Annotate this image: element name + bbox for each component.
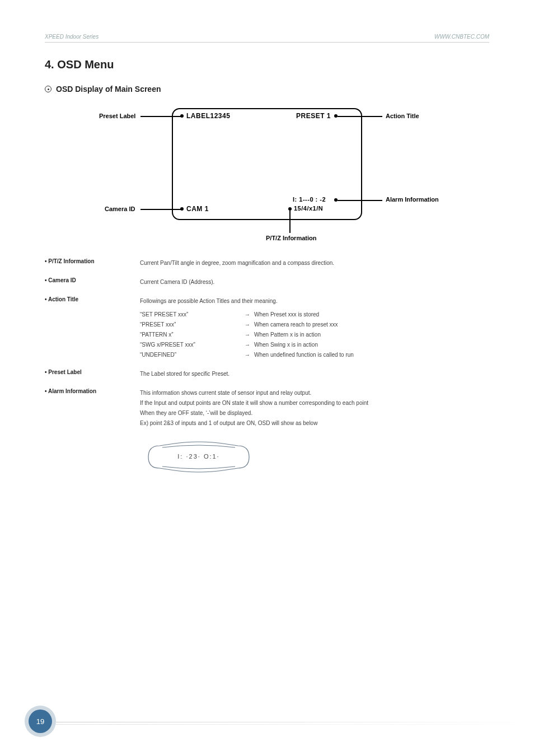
def-label: Camera ID [45,277,140,283]
action-title-caption: Action Title [386,113,419,119]
footer-divider [54,724,534,725]
action-left: “SET PRESET xxx” [140,310,241,320]
connector-dot [180,114,184,118]
connector-line [338,116,382,117]
def-body: This information shows current state of … [140,388,489,428]
example-text: I: ·23· O:1· [146,453,252,460]
def-preset-label: Preset Label The Label stored for specif… [45,369,489,379]
def-ptz: P/T/Z Information Current Pan/Tilt angle… [45,258,489,268]
action-left: “SWG x/PRESET xxx” [140,340,241,350]
preset-label-caption: Preset Label [99,113,135,119]
alarm-line: This information shows current state of … [140,388,489,398]
arrow-icon: → [241,320,254,330]
def-label: Alarm Information [45,388,140,394]
action-row: “SET PRESET xxx” → When Preset xxx is st… [140,310,489,320]
connector-line [289,211,291,233]
arrow-icon: → [241,330,254,340]
arrow-icon: → [241,340,254,350]
action-right: When Pattern x is in action [254,330,321,340]
connector-line [338,200,382,201]
alarm-text: I: 1---0 : -2 [293,196,326,203]
alarm-line: When they are OFF state, ‘-’will be disp… [140,408,489,418]
def-label: Preset Label [45,369,140,375]
arrow-icon: → [241,310,254,320]
subsection-text: OSD Display of Main Screen [56,85,161,94]
footer-divider [56,722,534,722]
page-number-badge: 19 [25,706,56,737]
def-label: Action Title [45,296,140,302]
header-left: XPEED Indoor Series [45,34,99,40]
connector-line [140,209,181,210]
def-body: The Label stored for specific Preset. [140,369,489,379]
action-row: “PRESET xxx” → When camera reach to pres… [140,320,489,330]
def-camera-id: Camera ID Current Camera ID (Address). [45,277,489,287]
header-right: WWW.CNBTEC.COM [434,34,489,40]
action-right: When camera reach to preset xxx [254,320,338,330]
action-left: “PATTERN x” [140,330,241,340]
preset-text: PRESET 1 [296,112,331,120]
osd-diagram: Preset Label LABEL12345 PRESET 1 Action … [99,105,435,245]
def-body: Current Pan/Tilt angle in degree, zoom m… [140,258,489,268]
action-left: “PRESET xxx” [140,320,241,330]
ptz-caption: P/T/Z Information [266,235,316,241]
action-row: “UNDEFINED” → When undefined function is… [140,350,489,360]
ptz-text: 15/4/x1/N [294,205,323,212]
action-right: When Swing x is in action [254,340,318,350]
bullet-icon [45,86,51,92]
connector-dot [180,207,184,211]
alarm-line: Ex) point 2&3 of inputs and 1 of output … [140,418,489,428]
action-right: When Preset xxx is stored [254,310,319,320]
arrow-icon: → [241,350,254,360]
page-number: 19 [29,710,52,733]
def-action-title: Action Title Followings are possible Act… [45,296,489,360]
action-row: “PATTERN x” → When Pattern x is in actio… [140,330,489,340]
alarm-example-diagram: I: ·23· O:1· [146,437,252,477]
def-body: Followings are possible Action Titles an… [140,296,489,360]
def-body: Current Camera ID (Address). [140,277,489,287]
page-header: XPEED Indoor Series WWW.CNBTEC.COM [45,34,489,43]
connector-line [140,116,181,117]
def-label: P/T/Z Information [45,258,140,264]
alarm-line: If the Input and output points are ON st… [140,398,489,408]
action-intro: Followings are possible Action Titles an… [140,296,489,306]
section-title: 4. OSD Menu [45,58,489,71]
action-title-table: “SET PRESET xxx” → When Preset xxx is st… [140,310,489,360]
action-right: When undefined function is called to run [254,350,354,360]
action-row: “SWG x/PRESET xxx” → When Swing x is in … [140,340,489,350]
cam-text: CAM 1 [186,205,209,213]
def-alarm: Alarm Information This information shows… [45,388,489,428]
alarm-caption: Alarm Information [386,196,439,203]
action-left: “UNDEFINED” [140,350,241,360]
definitions-list: P/T/Z Information Current Pan/Tilt angle… [45,258,489,477]
subsection-title: OSD Display of Main Screen [45,85,489,94]
screen-outline [172,108,362,220]
label-text: LABEL12345 [186,112,230,120]
camera-id-caption: Camera ID [105,206,135,212]
